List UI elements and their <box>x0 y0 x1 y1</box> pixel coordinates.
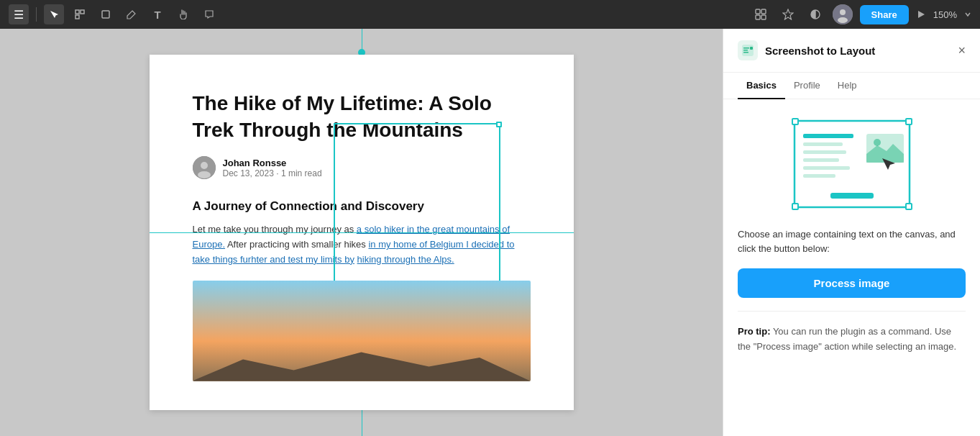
panel-divider <box>738 311 966 312</box>
blog-body-text: Let me take you through my journey as a … <box>193 222 531 267</box>
section-heading: A Journey of Connection and Discovery <box>193 199 531 214</box>
panel-title: Screenshot to Layout <box>765 45 951 57</box>
svg-rect-6 <box>756 15 760 19</box>
svg-rect-27 <box>803 142 843 146</box>
svg-rect-25 <box>906 204 912 209</box>
blog-link-2: in my home of Belgium I decided to take … <box>193 239 515 265</box>
blog-author: Johan Ronsse Dec 13, 2023 · 1 min read <box>193 156 531 179</box>
svg-rect-34 <box>830 193 874 199</box>
svg-rect-20 <box>750 47 753 50</box>
author-meta: Dec 13, 2023 · 1 min read <box>223 168 322 178</box>
svg-rect-26 <box>803 134 853 138</box>
pro-tip-text: Pro tip: You can run the plugin as a com… <box>738 324 966 355</box>
svg-rect-5 <box>761 9 766 14</box>
svg-rect-7 <box>761 15 766 19</box>
blog-title: The Hike of My Lifetime: A Solo Trek Thr… <box>193 91 531 143</box>
svg-rect-31 <box>803 174 835 178</box>
plugins-icon[interactable] <box>778 4 798 24</box>
process-image-button[interactable]: Process image <box>738 268 966 298</box>
panel-description: Choose an image containing text on the c… <box>738 227 966 255</box>
plugin-panel: Screenshot to Layout × Basics Profile He… <box>723 29 980 436</box>
user-avatar[interactable] <box>833 4 853 24</box>
comment-tool[interactable] <box>199 4 219 24</box>
svg-marker-12 <box>918 11 925 18</box>
svg-rect-18 <box>743 50 748 51</box>
blog-link-3: hiking through the Alps. <box>357 254 454 265</box>
pen-tool[interactable] <box>122 4 142 24</box>
svg-point-11 <box>838 17 848 23</box>
svg-rect-19 <box>743 52 748 53</box>
svg-rect-2 <box>75 15 79 19</box>
svg-rect-4 <box>756 9 760 14</box>
svg-rect-30 <box>803 166 850 170</box>
theme-icon[interactable] <box>805 4 825 24</box>
svg-rect-24 <box>792 204 798 209</box>
text-tool[interactable]: T <box>147 4 168 24</box>
panel-header: Screenshot to Layout × <box>723 29 980 73</box>
svg-point-10 <box>840 9 846 15</box>
author-avatar <box>193 156 216 179</box>
panel-illustration <box>738 114 966 214</box>
svg-rect-29 <box>803 158 839 162</box>
mountain-silhouette <box>193 345 531 381</box>
svg-point-15 <box>198 171 211 178</box>
svg-rect-17 <box>743 47 749 49</box>
panel-tabs: Basics Profile Help <box>723 73 980 99</box>
panel-close-button[interactable]: × <box>958 44 966 57</box>
author-info: Johan Ronsse Dec 13, 2023 · 1 min read <box>223 158 322 178</box>
pro-tip-content: You can run the plugin as a command. Use… <box>738 326 956 352</box>
zoom-level[interactable]: 150% <box>933 9 957 20</box>
zoom-chevron-icon[interactable] <box>964 11 971 18</box>
plugin-panel-icon <box>738 40 758 60</box>
svg-rect-23 <box>906 119 912 124</box>
toolbar-divider-1 <box>36 7 37 22</box>
shape-tool[interactable] <box>96 4 116 24</box>
svg-rect-28 <box>803 150 846 154</box>
blog-card: The Hike of My Lifetime: A Solo Trek Thr… <box>150 55 574 409</box>
toolbar-right: Share 150% <box>751 4 971 24</box>
play-button[interactable] <box>916 9 926 19</box>
panel-body: Choose an image containing text on the c… <box>723 99 980 436</box>
svg-rect-0 <box>75 10 79 14</box>
blog-image <box>193 281 531 381</box>
tab-help[interactable]: Help <box>829 73 866 99</box>
pro-tip-label: Pro tip: <box>738 326 771 337</box>
main-area: The Hike of My Lifetime: A Solo Trek Thr… <box>0 29 980 436</box>
menu-icon[interactable]: ☰ <box>9 4 29 24</box>
share-button[interactable]: Share <box>860 5 909 24</box>
canvas[interactable]: The Hike of My Lifetime: A Solo Trek Thr… <box>0 29 723 436</box>
svg-point-14 <box>201 162 208 169</box>
svg-point-33 <box>874 139 881 146</box>
frame-tool[interactable] <box>70 4 90 24</box>
toolbar: ☰ T <box>0 0 980 29</box>
svg-rect-1 <box>81 10 84 14</box>
tab-profile[interactable]: Profile <box>785 73 829 99</box>
author-name: Johan Ronsse <box>223 158 322 168</box>
select-tool[interactable] <box>44 4 64 24</box>
components-icon[interactable] <box>751 4 771 24</box>
svg-rect-22 <box>792 119 798 124</box>
tab-basics[interactable]: Basics <box>738 73 785 99</box>
svg-rect-3 <box>102 11 109 18</box>
hand-tool[interactable] <box>173 4 193 24</box>
